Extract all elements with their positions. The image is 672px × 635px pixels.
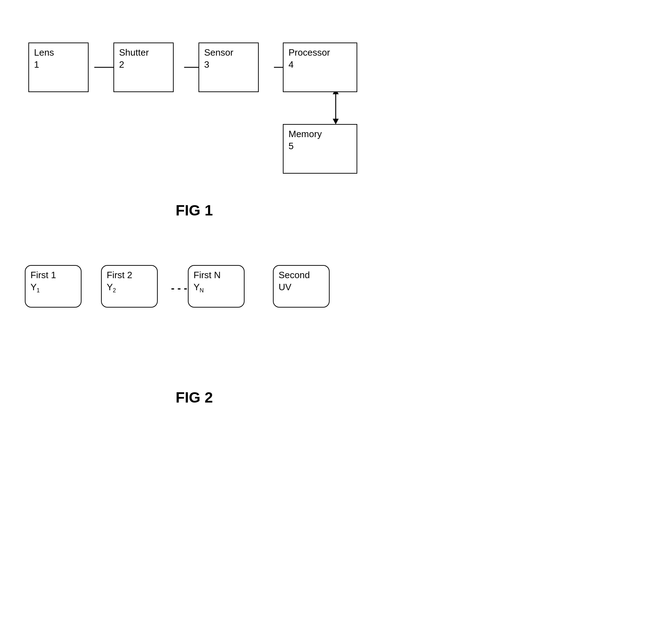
processor-label: Processor4 (289, 47, 330, 71)
sensor-number: 3 (204, 59, 209, 70)
memory-number: 5 (289, 141, 293, 151)
lens-box: Lens1 (28, 43, 89, 92)
main-container: Lens1 Shutter2 Sensor3 Processor4 Memory… (0, 0, 388, 420)
shutter-label: Shutter2 (119, 47, 149, 71)
sensor-label: Sensor3 (204, 47, 233, 71)
first2-box: First 2Y2 (101, 265, 158, 308)
memory-box: Memory5 (283, 124, 357, 174)
fig2-caption: FIG 2 (7, 389, 381, 406)
firstN-label: First NYN (194, 269, 221, 294)
sensor-box: Sensor3 (198, 43, 259, 92)
first2-label: First 2Y2 (107, 269, 132, 294)
svg-marker-6 (333, 119, 339, 124)
first1-label: First 1Y1 (30, 269, 56, 294)
memory-label: Memory5 (289, 128, 322, 152)
secondUV-label: SecondUV (279, 269, 310, 293)
firstN-box: First NYN (188, 265, 245, 308)
shutter-box: Shutter2 (113, 43, 174, 92)
secondUV-box: SecondUV (273, 265, 330, 308)
first1-box: First 1Y1 (25, 265, 82, 308)
processor-box: Processor4 (283, 43, 357, 92)
lens-number: 1 (34, 59, 39, 70)
fig2-diagram: - - - - First 1Y1 First 2Y2 First NYN Se… (7, 254, 381, 368)
shutter-number: 2 (119, 59, 124, 70)
processor-number: 4 (289, 59, 293, 70)
fig1-diagram: Lens1 Shutter2 Sensor3 Processor4 Memory… (7, 25, 381, 195)
fig1-caption: FIG 1 (7, 202, 381, 219)
lens-label: Lens1 (34, 47, 54, 71)
